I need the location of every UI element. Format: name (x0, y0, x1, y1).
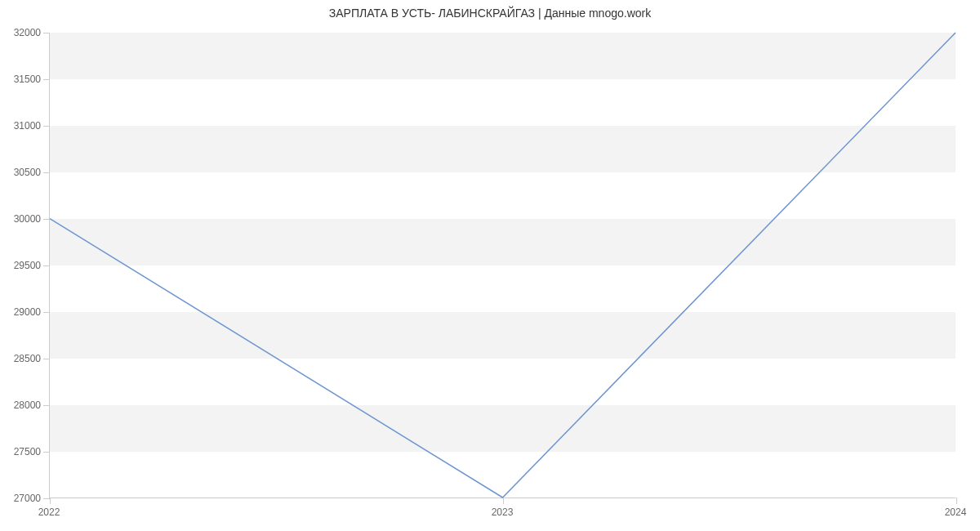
x-tick (503, 498, 504, 504)
plot-area (49, 33, 956, 498)
y-tick (43, 452, 50, 453)
x-tick (50, 498, 51, 504)
y-axis-label: 27500 (14, 446, 41, 457)
y-axis-label: 28000 (14, 399, 41, 411)
y-axis-label: 27000 (14, 493, 41, 504)
line-series (50, 33, 956, 498)
y-tick (43, 266, 50, 266)
y-tick (43, 498, 50, 499)
x-axis-label: 2022 (38, 506, 60, 518)
chart-container: ЗАРПЛАТА В УСТЬ- ЛАБИНСКРАЙГАЗ | Данные … (0, 0, 980, 531)
y-tick (43, 33, 50, 33)
y-tick (43, 405, 50, 406)
y-tick (43, 172, 50, 173)
data-line (50, 33, 956, 498)
y-axis-label: 30000 (14, 213, 41, 225)
y-tick (43, 79, 50, 80)
y-axis-label: 32000 (14, 27, 41, 38)
x-axis-label: 2023 (492, 506, 514, 518)
y-axis-label: 31000 (14, 120, 41, 132)
y-tick (43, 126, 50, 127)
y-tick (43, 219, 50, 220)
y-axis-label: 28500 (14, 353, 41, 364)
x-axis-label: 2024 (945, 506, 967, 518)
x-tick (956, 498, 957, 504)
y-axis-label: 29000 (14, 306, 41, 318)
y-axis-label: 30500 (14, 167, 41, 178)
y-tick (43, 312, 50, 313)
y-axis-label: 29500 (14, 260, 41, 271)
chart-title: ЗАРПЛАТА В УСТЬ- ЛАБИНСКРАЙГАЗ | Данные … (0, 7, 980, 20)
y-axis-label: 31500 (14, 74, 41, 85)
y-tick (43, 359, 50, 359)
